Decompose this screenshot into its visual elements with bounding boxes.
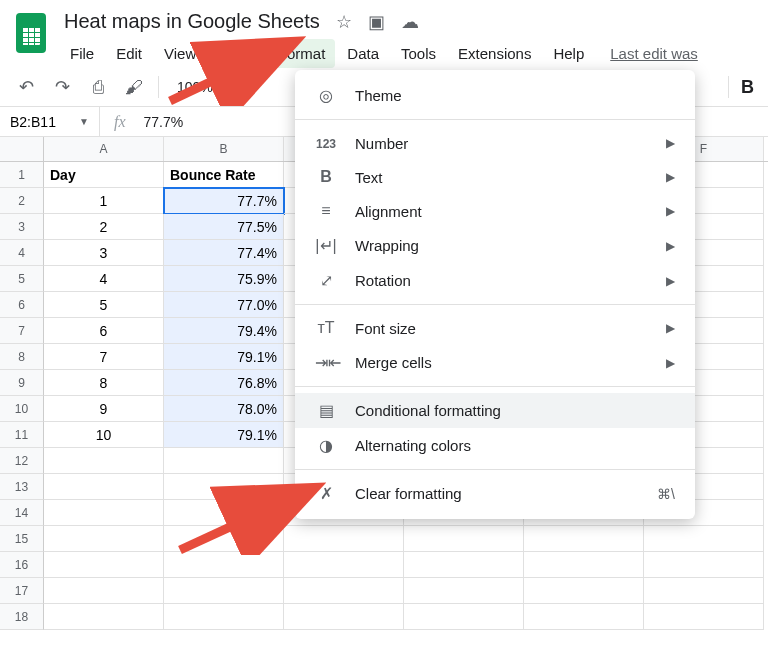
- cell[interactable]: [644, 578, 764, 604]
- menu-alternating-colors[interactable]: ◑Alternating colors: [295, 428, 695, 463]
- cell[interactable]: [44, 604, 164, 630]
- row-header[interactable]: 15: [0, 526, 44, 552]
- cell[interactable]: 77.4%: [164, 240, 284, 266]
- cell[interactable]: 76.8%: [164, 370, 284, 396]
- menu-conditional-formatting[interactable]: ▤Conditional formatting: [295, 393, 695, 428]
- cell[interactable]: 7: [44, 344, 164, 370]
- cell[interactable]: [44, 448, 164, 474]
- name-box[interactable]: B2:B11▼: [0, 107, 100, 136]
- row-header[interactable]: 6: [0, 292, 44, 318]
- cell[interactable]: [44, 552, 164, 578]
- menu-fontsize[interactable]: тTFont size▶: [295, 311, 695, 345]
- cell[interactable]: [404, 526, 524, 552]
- menu-clear-formatting[interactable]: ✗Clear formatting⌘\: [295, 476, 695, 511]
- cell[interactable]: [164, 578, 284, 604]
- row-header[interactable]: 11: [0, 422, 44, 448]
- cell[interactable]: 79.4%: [164, 318, 284, 344]
- print-icon[interactable]: ⎙: [86, 77, 110, 98]
- cell[interactable]: 75.9%: [164, 266, 284, 292]
- menu-theme[interactable]: ◎Theme: [295, 78, 695, 113]
- row-header[interactable]: 2: [0, 188, 44, 214]
- bold-button[interactable]: B: [741, 77, 754, 98]
- cell[interactable]: [524, 526, 644, 552]
- cell[interactable]: 9: [44, 396, 164, 422]
- cell[interactable]: [524, 578, 644, 604]
- menu-edit[interactable]: Edit: [106, 39, 152, 68]
- cell[interactable]: 2: [44, 214, 164, 240]
- cell[interactable]: [404, 604, 524, 630]
- menu-alignment[interactable]: ≡Alignment▶: [295, 194, 695, 228]
- cell[interactable]: [404, 578, 524, 604]
- cell[interactable]: [644, 552, 764, 578]
- cell[interactable]: [284, 604, 404, 630]
- document-title[interactable]: Heat maps in Google Sheets: [60, 8, 324, 35]
- row-header[interactable]: 7: [0, 318, 44, 344]
- select-all-corner[interactable]: [0, 137, 44, 161]
- merge-icon: ⇥⇤: [315, 353, 337, 372]
- star-icon[interactable]: ☆: [336, 11, 352, 33]
- row-header[interactable]: 4: [0, 240, 44, 266]
- cell[interactable]: 4: [44, 266, 164, 292]
- move-icon[interactable]: ▣: [368, 11, 385, 33]
- cell[interactable]: 79.1%: [164, 344, 284, 370]
- cell[interactable]: 78.0%: [164, 396, 284, 422]
- cell[interactable]: Day: [44, 162, 164, 188]
- cell[interactable]: [404, 552, 524, 578]
- undo-icon[interactable]: ↶: [14, 76, 38, 98]
- cell[interactable]: 77.5%: [164, 214, 284, 240]
- menu-tools[interactable]: Tools: [391, 39, 446, 68]
- cell[interactable]: [524, 604, 644, 630]
- paint-format-icon[interactable]: 🖌: [122, 77, 146, 98]
- cell[interactable]: [284, 578, 404, 604]
- redo-icon[interactable]: ↷: [50, 76, 74, 98]
- row-header[interactable]: 16: [0, 552, 44, 578]
- cell[interactable]: [44, 474, 164, 500]
- menu-file[interactable]: File: [60, 39, 104, 68]
- row-header[interactable]: 1: [0, 162, 44, 188]
- last-edit-link[interactable]: Last edit was: [610, 39, 698, 68]
- menu-text[interactable]: BText▶: [295, 160, 695, 194]
- row-header[interactable]: 3: [0, 214, 44, 240]
- cell[interactable]: [164, 552, 284, 578]
- row-header[interactable]: 9: [0, 370, 44, 396]
- formula-input[interactable]: 77.7%: [140, 114, 188, 130]
- cell[interactable]: [44, 500, 164, 526]
- col-header[interactable]: A: [44, 137, 164, 161]
- menu-rotation[interactable]: ⤢Rotation▶: [295, 263, 695, 298]
- menu-help[interactable]: Help: [543, 39, 594, 68]
- cell[interactable]: 8: [44, 370, 164, 396]
- row-header[interactable]: 18: [0, 604, 44, 630]
- sheets-logo-icon[interactable]: [12, 8, 50, 58]
- cell[interactable]: 1: [44, 188, 164, 214]
- cell[interactable]: [644, 526, 764, 552]
- cell[interactable]: [44, 526, 164, 552]
- row-header[interactable]: 8: [0, 344, 44, 370]
- menu-data[interactable]: Data: [337, 39, 389, 68]
- row-header[interactable]: 5: [0, 266, 44, 292]
- cell[interactable]: [644, 604, 764, 630]
- cell[interactable]: 77.0%: [164, 292, 284, 318]
- cell[interactable]: [164, 604, 284, 630]
- cloud-icon[interactable]: ☁: [401, 11, 419, 33]
- cell[interactable]: 77.7%: [164, 188, 284, 214]
- col-header[interactable]: B: [164, 137, 284, 161]
- row-header[interactable]: 12: [0, 448, 44, 474]
- cell[interactable]: [284, 552, 404, 578]
- menu-mergecells[interactable]: ⇥⇤Merge cells▶: [295, 345, 695, 380]
- menu-number[interactable]: 123Number▶: [295, 126, 695, 160]
- row-header[interactable]: 10: [0, 396, 44, 422]
- alternating-colors-icon: ◑: [315, 436, 337, 455]
- row-header[interactable]: 17: [0, 578, 44, 604]
- cell[interactable]: 79.1%: [164, 422, 284, 448]
- row-header[interactable]: 13: [0, 474, 44, 500]
- cell[interactable]: 6: [44, 318, 164, 344]
- cell[interactable]: 5: [44, 292, 164, 318]
- cell[interactable]: Bounce Rate: [164, 162, 284, 188]
- menu-wrapping[interactable]: |↵|Wrapping▶: [295, 228, 695, 263]
- cell[interactable]: 10: [44, 422, 164, 448]
- cell[interactable]: 3: [44, 240, 164, 266]
- cell[interactable]: [44, 578, 164, 604]
- menu-extensions[interactable]: Extensions: [448, 39, 541, 68]
- cell[interactable]: [524, 552, 644, 578]
- row-header[interactable]: 14: [0, 500, 44, 526]
